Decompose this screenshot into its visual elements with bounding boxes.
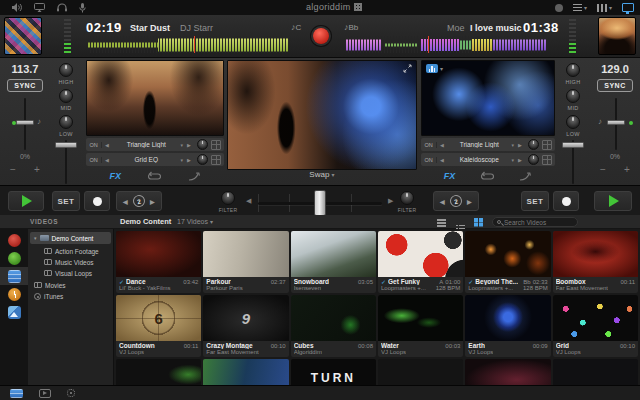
video-thumbnail[interactable] bbox=[291, 295, 376, 341]
deck-a-pitch-handle[interactable] bbox=[16, 120, 34, 125]
video-item[interactable]: ✓Get FunkyA01:00 Loopmasters +...128 BPM bbox=[378, 231, 463, 293]
deck-a-pitch-plus-button[interactable]: + bbox=[30, 164, 44, 175]
crossfade-left-icon[interactable]: ◀ bbox=[246, 197, 251, 205]
list-view-button[interactable]: ▾ bbox=[573, 4, 587, 12]
fx-on-button[interactable]: ON bbox=[86, 157, 102, 163]
rail-item-music[interactable] bbox=[0, 249, 28, 267]
video-thumbnail[interactable]: 9 bbox=[203, 295, 288, 341]
deck-a-waveform[interactable] bbox=[88, 36, 288, 53]
deck-b-pitch-plus-button[interactable]: + bbox=[620, 164, 634, 175]
deck-b-video-preview[interactable]: ▾ bbox=[421, 60, 555, 136]
chevron-down-icon[interactable]: ▾ bbox=[511, 142, 514, 148]
video-thumbnail[interactable]: 6 bbox=[116, 295, 201, 341]
deck-b-loop-control[interactable]: ◀ 2 ▶ bbox=[433, 191, 479, 211]
video-thumbnail[interactable] bbox=[553, 295, 638, 341]
fx-next-icon[interactable]: ▶ bbox=[184, 157, 194, 163]
video-item[interactable]: ✓Dance03:42 Lil' Buck - YakFilms bbox=[116, 231, 201, 293]
fx-tab[interactable]: FX bbox=[444, 171, 456, 181]
brightness-settings-icon[interactable] bbox=[67, 389, 75, 397]
deck-b-eq-low-knob[interactable] bbox=[566, 115, 580, 129]
video-thumbnail[interactable] bbox=[553, 231, 638, 277]
fx-prev-icon[interactable]: ◀ bbox=[102, 157, 112, 163]
video-item[interactable]: 9 Crazy Montage00:10 Far East Movement bbox=[203, 295, 288, 357]
mic-icon[interactable] bbox=[79, 3, 86, 13]
video-item[interactable]: ✓Beyond The...Bb02:33 Loopmasters +...12… bbox=[465, 231, 550, 293]
deck-a-eq-high-knob[interactable] bbox=[59, 63, 73, 77]
fx-prev-icon[interactable]: ◀ bbox=[437, 157, 447, 163]
fx-name[interactable]: Grid EQ bbox=[112, 156, 180, 163]
preview-player-icon[interactable] bbox=[39, 389, 51, 398]
fullscreen-icon[interactable] bbox=[403, 64, 412, 73]
fx-on-button[interactable]: ON bbox=[421, 142, 437, 148]
loop-decrease-icon[interactable]: ◀ bbox=[123, 198, 128, 205]
video-thumbnail[interactable] bbox=[203, 231, 288, 277]
fx-name[interactable]: Kaleidoscope bbox=[447, 156, 511, 163]
fx-next-icon[interactable]: ▶ bbox=[515, 142, 525, 148]
deck-a-pitch-minus-button[interactable]: − bbox=[6, 164, 20, 175]
deck-b-waveform[interactable] bbox=[346, 36, 546, 53]
view-list-button[interactable] bbox=[437, 219, 446, 221]
deck-b-cue-button[interactable] bbox=[553, 191, 579, 211]
deck-a-video-preview[interactable] bbox=[86, 60, 224, 136]
video-item[interactable]: Cubes00:08 Algoriddim bbox=[291, 295, 376, 357]
airplay-display-icon[interactable] bbox=[34, 3, 45, 12]
swap-button[interactable]: Swap ▾ bbox=[227, 170, 417, 179]
deck-a-set-cue-button[interactable]: SET bbox=[52, 191, 80, 211]
fx-next-icon[interactable]: ▶ bbox=[184, 142, 194, 148]
deck-a-volume-handle[interactable] bbox=[55, 142, 77, 148]
video-item[interactable]: 6 Countdown00:11 VJ Loops bbox=[116, 295, 201, 357]
deck-a-play-button[interactable] bbox=[8, 191, 44, 211]
fx-next-icon[interactable]: ▶ bbox=[515, 157, 525, 163]
video-item[interactable] bbox=[378, 359, 463, 385]
external-display-icon[interactable] bbox=[622, 3, 634, 12]
deck-a-cue-button[interactable] bbox=[84, 191, 110, 211]
fx-name[interactable]: Triangle Light bbox=[112, 141, 180, 148]
record-status-icon[interactable] bbox=[555, 4, 563, 12]
loop-decrease-icon[interactable]: ◀ bbox=[440, 198, 445, 205]
fx-pad-icon[interactable] bbox=[542, 140, 552, 150]
deck-b-eq-mid-knob[interactable] bbox=[566, 89, 580, 103]
loop-increase-icon[interactable]: ▶ bbox=[467, 198, 472, 205]
video-thumbnail[interactable] bbox=[465, 231, 550, 277]
chevron-down-icon[interactable]: ▾ bbox=[511, 157, 514, 163]
deck-a-eq-low-knob[interactable] bbox=[59, 115, 73, 129]
deck-b-volume-handle[interactable] bbox=[562, 142, 584, 148]
fx-prev-icon[interactable]: ◀ bbox=[102, 142, 112, 148]
deck-a-filter-knob[interactable] bbox=[221, 191, 235, 205]
video-item[interactable] bbox=[553, 359, 638, 385]
video-item[interactable]: Snowboard03:05 Isenseven bbox=[291, 231, 376, 293]
fx-prev-icon[interactable]: ◀ bbox=[437, 142, 447, 148]
headphones-icon[interactable] bbox=[57, 3, 67, 12]
sidebar-item-visual-loops[interactable]: Visual Loops bbox=[30, 267, 111, 279]
deck-a-sync-button[interactable]: SYNC bbox=[7, 79, 43, 92]
loop-mode-icon[interactable] bbox=[148, 171, 161, 182]
deck-b-play-button[interactable] bbox=[594, 191, 632, 211]
rail-item-history[interactable] bbox=[0, 285, 28, 303]
fx-on-button[interactable]: ON bbox=[421, 157, 437, 163]
deck-b-sync-button[interactable]: SYNC bbox=[597, 79, 633, 92]
rail-item-record[interactable] bbox=[0, 231, 28, 249]
collection-count[interactable]: 17 Videos ▾ bbox=[177, 218, 213, 225]
video-item[interactable]: Earth00:09 VJ Loops bbox=[465, 295, 550, 357]
fx-amount-knob[interactable] bbox=[528, 139, 539, 150]
crossfader-handle[interactable] bbox=[314, 190, 326, 216]
video-thumbnail[interactable] bbox=[116, 231, 201, 277]
deck-a-eq-mid-knob[interactable] bbox=[59, 89, 73, 103]
record-button[interactable] bbox=[313, 28, 329, 44]
fx-pad-icon[interactable] bbox=[211, 155, 221, 165]
rail-item-videos[interactable] bbox=[0, 267, 28, 285]
video-item[interactable] bbox=[465, 359, 550, 385]
deck-a-loop-control[interactable]: ◀ 2 ▶ bbox=[116, 191, 162, 211]
video-item[interactable] bbox=[203, 359, 288, 385]
column-browser-button[interactable]: ▾ bbox=[597, 4, 612, 12]
search-input[interactable] bbox=[504, 219, 574, 226]
transition-curve-icon[interactable] bbox=[519, 172, 532, 181]
deck-b-eq-high-knob[interactable] bbox=[566, 63, 580, 77]
deck-b-filter-knob[interactable] bbox=[400, 191, 414, 205]
video-item[interactable] bbox=[116, 359, 201, 385]
loop-increase-icon[interactable]: ▶ bbox=[150, 198, 155, 205]
fx-amount-knob[interactable] bbox=[197, 139, 208, 150]
video-item[interactable]: TURN bbox=[291, 359, 376, 385]
video-thumbnail[interactable] bbox=[378, 295, 463, 341]
crossfade-right-icon[interactable]: ▶ bbox=[388, 197, 393, 205]
